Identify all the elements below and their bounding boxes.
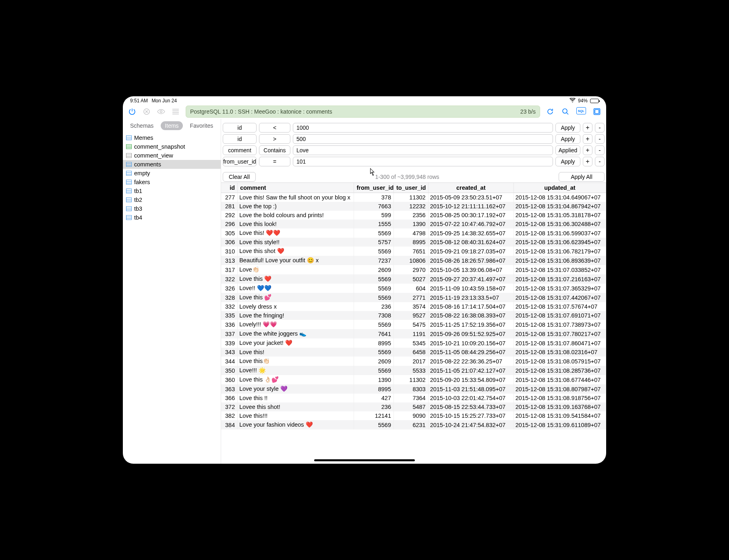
filter-add-button[interactable]: +	[583, 157, 592, 166]
filter-remove-button[interactable]: -	[595, 157, 605, 166]
table-row[interactable]: 328Love this 💕556927712015-11-19 23:13:3…	[221, 293, 606, 302]
cell-updated[interactable]: 2015-12-08 15:31:04.649067+07	[514, 193, 606, 202]
cell-from[interactable]: 236	[354, 302, 394, 311]
sidebar-item-tb4[interactable]: tb4	[123, 213, 221, 222]
tab-items[interactable]: Items	[161, 121, 182, 130]
cell-from[interactable]: 378	[354, 193, 394, 202]
cell-to[interactable]: 6458	[393, 348, 428, 357]
table-row[interactable]: 384Love your fashion videos ❤️5569623120…	[221, 420, 606, 429]
filter-column-picker[interactable]: comment	[223, 145, 257, 155]
cell-comment[interactable]: Love the bold colours and prints!	[238, 211, 354, 220]
cell-from[interactable]: 2609	[354, 357, 394, 366]
cell-comment[interactable]: Love the fringing!	[238, 311, 354, 320]
sidebar-item-comment_view[interactable]: comment_view	[123, 151, 221, 160]
cell-updated[interactable]: 2015-12-08 15:31:08.02316+07	[514, 348, 606, 357]
filter-apply-button[interactable]: Apply	[555, 157, 580, 166]
close-circle-icon[interactable]	[142, 107, 151, 116]
cell-updated[interactable]: 2015-12-08 15:31:08.677446+07	[514, 375, 606, 384]
cell-id[interactable]: 360	[221, 375, 238, 384]
cell-comment[interactable]: Love this look!	[238, 220, 354, 228]
cell-from[interactable]: 5569	[354, 348, 394, 357]
cell-updated[interactable]: 2015-12-08 15:31:07.365329+07	[514, 284, 606, 293]
cell-to[interactable]: 1191	[393, 329, 428, 338]
filter-add-button[interactable]: +	[583, 134, 592, 144]
sidebar-item-Memes[interactable]: Memes	[123, 133, 221, 142]
cell-created[interactable]: 2015-11-09 10:43:59.158+07	[428, 284, 514, 293]
cell-from[interactable]: 1390	[354, 375, 394, 384]
cell-updated[interactable]: 2015-12-08 15:31:07.860471+07	[514, 338, 606, 348]
cell-from[interactable]: 236	[354, 402, 394, 411]
cell-created[interactable]: 2015-08-22 22:36:36.25+07	[428, 357, 514, 366]
cell-updated[interactable]: 2015-12-08 15:31:07.57674+07	[514, 302, 606, 311]
table-row[interactable]: 281Love the top :)7663122322015-10-12 21…	[221, 202, 606, 211]
cell-from[interactable]: 8995	[354, 384, 394, 394]
cell-from[interactable]: 599	[354, 211, 394, 220]
connection-breadcrumb[interactable]: PostgreSQL 11.0 : SSH : MeeGoo : katonic…	[186, 106, 540, 118]
sidebar-item-fakers[interactable]: fakers	[123, 178, 221, 187]
cell-comment[interactable]: Love this ❤️	[238, 274, 354, 284]
cell-from[interactable]: 5569	[354, 420, 394, 429]
table-row[interactable]: 350Love!!! 🌟556955332015-11-05 21:07:42.…	[221, 366, 606, 375]
cell-from[interactable]: 5569	[354, 247, 394, 256]
cell-to[interactable]: 5487	[393, 402, 428, 411]
table-row[interactable]: 292Love the bold colours and prints!5992…	[221, 211, 606, 220]
cell-id[interactable]: 305	[221, 228, 238, 238]
cell-id[interactable]: 328	[221, 293, 238, 302]
table-row[interactable]: 343Love this!556964582015-11-05 08:44:29…	[221, 348, 606, 357]
cell-updated[interactable]: 2015-12-08 15:31:06.893639+07	[514, 256, 606, 265]
filter-column-picker[interactable]: from_user_id	[223, 157, 257, 166]
cell-updated[interactable]: 2015-12-08 15:31:09.163768+07	[514, 402, 606, 411]
cell-created[interactable]: 2015-10-21 10:09:20.156+07	[428, 338, 514, 348]
cell-to[interactable]: 5533	[393, 366, 428, 375]
table-row[interactable]: 313Beautiful! Love your outfit 😊 x723710…	[221, 256, 606, 265]
search-icon[interactable]	[561, 107, 570, 116]
table-row[interactable]: 306Love this style!!575789952015-08-12 0…	[221, 238, 606, 247]
cell-id[interactable]: 277	[221, 193, 238, 202]
cell-comment[interactable]: Lovely dress x	[238, 302, 354, 311]
sidebar-item-empty[interactable]: empty	[123, 169, 221, 178]
cell-id[interactable]: 313	[221, 256, 238, 265]
cell-id[interactable]: 292	[221, 211, 238, 220]
sidebar-item-comments[interactable]: comments	[123, 160, 221, 169]
cell-created[interactable]: 2015-10-24 21:47:54.832+07	[428, 420, 514, 429]
col-header-to[interactable]: to_user_id	[393, 183, 428, 193]
filter-apply-button[interactable]: Apply	[555, 134, 580, 144]
table-row[interactable]: 382Love this!!!1214190902015-10-15 15:25…	[221, 411, 606, 420]
cell-updated[interactable]: 2015-12-08 15:31:09.541584+07	[514, 411, 606, 420]
cell-from[interactable]: 1555	[354, 220, 394, 228]
cell-to[interactable]: 8303	[393, 384, 428, 394]
cell-from[interactable]: 5569	[354, 366, 394, 375]
cell-updated[interactable]: 2015-12-08 15:31:06.302488+07	[514, 220, 606, 228]
cell-id[interactable]: 332	[221, 302, 238, 311]
cell-comment[interactable]: Love this !!	[238, 394, 354, 402]
filter-operator-picker[interactable]: >	[259, 134, 290, 144]
cell-to[interactable]: 2017	[393, 357, 428, 366]
cell-from[interactable]: 12141	[354, 411, 394, 420]
cell-from[interactable]: 5569	[354, 228, 394, 238]
cell-to[interactable]: 10806	[393, 256, 428, 265]
sidebar-item-tb3[interactable]: tb3	[123, 204, 221, 213]
cell-id[interactable]: 306	[221, 238, 238, 247]
table-row[interactable]: 360Love this 👌🏻💕1390113022015-09-20 15:3…	[221, 375, 606, 384]
cell-comment[interactable]: Love this! Saw the full shoot on your bl…	[238, 193, 354, 202]
cell-updated[interactable]: 2015-12-08 15:31:07.033852+07	[514, 265, 606, 274]
cell-created[interactable]: 2015-11-03 21:51:48.095+07	[428, 384, 514, 394]
cell-comment[interactable]: Lovee this shot!	[238, 402, 354, 411]
filter-value-input[interactable]	[293, 145, 553, 155]
cell-to[interactable]: 3574	[393, 302, 428, 311]
table-row[interactable]: 277Love this! Saw the full shoot on your…	[221, 193, 606, 202]
table-row[interactable]: 296Love this look!155513902015-07-22 10:…	[221, 220, 606, 228]
cell-id[interactable]: 326	[221, 284, 238, 293]
table-row[interactable]: 332Lovely dress x23635742015-08-16 17:14…	[221, 302, 606, 311]
cell-comment[interactable]: Love!!! 🌟	[238, 366, 354, 375]
cell-to[interactable]: 5475	[393, 320, 428, 329]
cell-comment[interactable]: Love this shot ❤️	[238, 247, 354, 256]
table-row[interactable]: 335Love the fringing!730895272015-08-22 …	[221, 311, 606, 320]
cell-from[interactable]: 5569	[354, 274, 394, 284]
filter-remove-button[interactable]: -	[595, 123, 605, 133]
cell-from[interactable]: 5757	[354, 238, 394, 247]
cell-id[interactable]: 281	[221, 202, 238, 211]
cell-comment[interactable]: Love your jacket! ❤️	[238, 338, 354, 348]
cell-created[interactable]: 2015-10-03 22:01:42.754+07	[428, 394, 514, 402]
cell-comment[interactable]: Love the top :)	[238, 202, 354, 211]
